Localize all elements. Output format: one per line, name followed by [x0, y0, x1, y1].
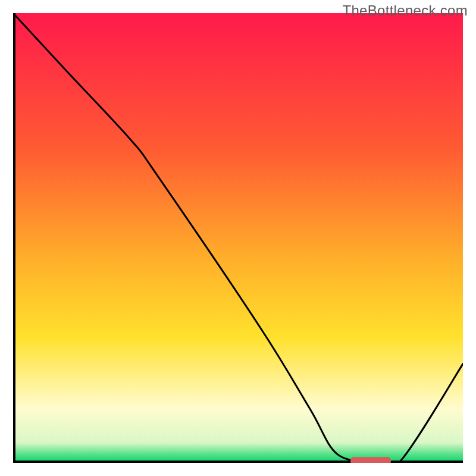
- plot-area: [13, 13, 463, 463]
- bottleneck-chart: [13, 13, 463, 463]
- optimal-range-marker: [350, 457, 391, 463]
- gradient-background: [13, 13, 463, 463]
- watermark-text: TheBottleneck.com: [342, 2, 468, 19]
- chart-frame: TheBottleneck.com: [0, 0, 476, 476]
